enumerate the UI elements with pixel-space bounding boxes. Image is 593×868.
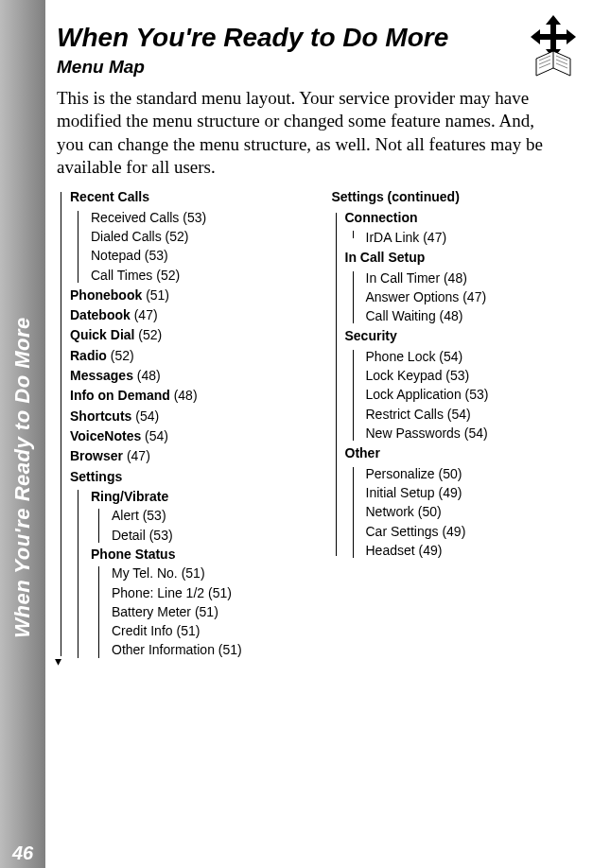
list-item: Dialed Calls (52) — [91, 228, 307, 246]
menu-item-page: (48) — [137, 368, 161, 383]
menu-item-label: Phonebook — [70, 287, 142, 303]
menu-item-voicenotes: VoiceNotes (54) — [70, 427, 307, 445]
menu-item-label: Messages — [70, 368, 133, 383]
menu-item-recent-calls: Recent Calls — [70, 188, 307, 206]
list-item: Network (50) — [366, 503, 583, 521]
list-item: Detail (53) — [112, 527, 307, 545]
menu-item-label: Browser — [70, 448, 123, 463]
menu-item-label: Shortcuts — [70, 408, 131, 424]
list-item: Other Information (51) — [112, 641, 307, 659]
menu-item-label: Recent Calls — [70, 189, 149, 204]
menu-item-label: Settings — [70, 469, 122, 484]
menu-item-ring-vibrate: Ring/Vibrate — [91, 488, 307, 506]
intro-paragraph: This is the standard menu layout. Your s… — [57, 87, 549, 179]
menu-item-datebook: Datebook (47) — [70, 306, 307, 324]
menu-item-page: (47) — [127, 448, 150, 463]
menu-item-connection: Connection — [345, 209, 583, 227]
menu-item-page: (47) — [134, 307, 158, 322]
list-item: New Passwords (54) — [366, 425, 583, 443]
menu-item-browser: Browser (47) — [70, 447, 307, 465]
list-item: Credit Info (51) — [112, 622, 307, 640]
sidebar-tab: When You're Ready to Do More 46 — [0, 0, 45, 868]
left-column: Recent Calls Received Calls (53) Dialed … — [57, 186, 307, 661]
list-item: In Call Timer (48) — [366, 269, 583, 287]
menu-item-other: Other — [345, 444, 583, 462]
list-item: My Tel. No. (51) — [112, 564, 307, 582]
menu-item-quick-dial: Quick Dial (52) — [70, 326, 307, 344]
list-item: Battery Meter (51) — [112, 603, 307, 621]
list-item: Lock Keypad (53) — [366, 367, 583, 385]
submenu: Alert (53) Detail (53) — [96, 507, 307, 545]
menu-item-page: (54) — [135, 408, 159, 424]
list-item: Initial Setup (49) — [366, 484, 583, 502]
menu-item-security: Security — [345, 327, 583, 345]
content-area: When You're Ready to Do More Menu Map Th… — [57, 17, 582, 661]
menu-item-messages: Messages (48) — [70, 367, 307, 385]
page-number: 46 — [0, 842, 45, 864]
list-item: Phone Lock (54) — [366, 348, 583, 366]
menu-item-info-on-demand: Info on Demand (48) — [70, 387, 307, 405]
submenu: In Call Timer (48) Answer Options (47) C… — [351, 269, 583, 326]
page-title: When You're Ready to Do More — [57, 23, 582, 53]
submenu: Phone Lock (54) Lock Keypad (53) Lock Ap… — [351, 348, 583, 443]
menu-item-page: (48) — [174, 388, 198, 403]
submenu: Personalize (50) Initial Setup (49) Netw… — [351, 465, 583, 561]
menu-item-label: Datebook — [70, 307, 131, 322]
menu-item-label: Radio — [70, 348, 107, 363]
submenu-settings: Ring/Vibrate Alert (53) Detail (53) Phon… — [76, 488, 307, 660]
menu-item-shortcuts: Shortcuts (54) — [70, 408, 307, 425]
right-column: Settings (continued) Connection IrDA Lin… — [332, 186, 583, 661]
menu-item-phone-status: Phone Status — [91, 546, 307, 564]
list-item: IrDA Link (47) — [366, 229, 583, 247]
list-item: Answer Options (47) — [366, 288, 583, 306]
list-item: Received Calls (53) — [91, 209, 307, 227]
submenu: My Tel. No. (51) Phone: Line 1/2 (51) Ba… — [96, 564, 307, 660]
settings-continued-heading: Settings (continued) — [332, 188, 583, 206]
menu-item-settings: Settings — [70, 468, 307, 486]
menu-tree-right: Connection IrDA Link (47) In Call Setup … — [332, 209, 583, 561]
submenu: IrDA Link (47) — [351, 229, 583, 247]
list-item: Phone: Line 1/2 (51) — [112, 584, 307, 602]
list-item: Lock Application (53) — [366, 386, 583, 404]
menu-item-in-call-setup: In Call Setup — [345, 249, 583, 267]
menu-item-label: Quick Dial — [70, 327, 134, 342]
list-item: Call Waiting (48) — [366, 307, 583, 325]
list-item: Alert (53) — [112, 507, 307, 525]
list-item: Call Times (52) — [91, 267, 307, 285]
menu-item-radio: Radio (52) — [70, 347, 307, 365]
section-title: Menu Map — [57, 57, 582, 78]
list-item: Personalize (50) — [366, 465, 583, 483]
menu-item-page: (52) — [111, 348, 134, 363]
menu-tree-left: Recent Calls Received Calls (53) Dialed … — [57, 188, 307, 660]
menu-item-label: Info on Demand — [70, 388, 170, 403]
menu-item-label: VoiceNotes — [70, 428, 141, 443]
menu-item-page: (52) — [138, 327, 162, 342]
continues-arrow-icon: ▾ — [55, 652, 61, 670]
menu-item-phonebook: Phonebook (51) — [70, 286, 307, 304]
map-direction-icon — [525, 13, 582, 79]
menu-item-page: (51) — [146, 287, 169, 303]
menu-item-page: (54) — [145, 428, 168, 443]
list-item: Headset (49) — [366, 542, 583, 560]
list-item: Notepad (53) — [91, 247, 307, 265]
submenu: Received Calls (53) Dialed Calls (52) No… — [76, 209, 307, 285]
sidebar-label: When You're Ready to Do More — [10, 317, 35, 638]
list-item: Car Settings (49) — [366, 523, 583, 541]
list-item: Restrict Calls (54) — [366, 406, 583, 424]
